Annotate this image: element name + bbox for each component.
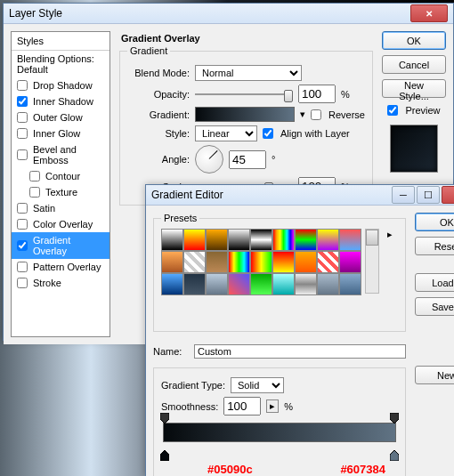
scrollbar[interactable] [365, 229, 379, 294]
reverse-label: Reverse [328, 109, 365, 120]
preview-checkbox[interactable] [387, 105, 398, 116]
preset-swatch[interactable] [250, 251, 272, 273]
preset-swatch[interactable] [250, 273, 272, 295]
preset-swatch[interactable] [295, 229, 317, 251]
preset-swatch[interactable] [183, 251, 206, 273]
style-item-color-overlay[interactable]: Color Overlay [12, 216, 109, 232]
preset-swatch[interactable] [272, 229, 295, 251]
preset-swatch[interactable] [183, 229, 206, 251]
svg-marker-1 [390, 413, 399, 424]
opacity-label: Opacity: [127, 89, 190, 100]
preset-swatch[interactable] [161, 251, 183, 273]
name-input[interactable] [194, 344, 406, 359]
preset-swatch[interactable] [317, 229, 339, 251]
presets-menu-icon[interactable]: ▸ [385, 229, 395, 294]
preset-swatch[interactable] [295, 273, 317, 295]
checkbox[interactable] [17, 262, 28, 272]
new-style-button[interactable]: New Style... [382, 79, 446, 98]
ok-button[interactable]: OK [415, 213, 454, 231]
gradient-picker[interactable] [195, 107, 295, 122]
opacity-stop-left[interactable] [160, 413, 169, 424]
preset-swatch[interactable] [206, 251, 228, 273]
preset-swatch[interactable] [228, 273, 250, 295]
preset-swatch[interactable] [250, 229, 272, 251]
smooth-input[interactable] [223, 397, 261, 415]
checkbox[interactable] [17, 80, 28, 91]
style-item-stroke[interactable]: Stroke [12, 275, 109, 291]
preset-swatch[interactable] [339, 229, 361, 251]
preset-swatches [161, 229, 360, 294]
preset-swatch[interactable] [272, 251, 295, 273]
new-button[interactable]: New [415, 366, 454, 384]
styles-header[interactable]: Styles [12, 32, 109, 51]
angle-input[interactable] [229, 150, 266, 169]
hex-left: #05090c [207, 463, 253, 476]
close-button[interactable]: ✕ [442, 186, 454, 204]
style-item-drop-shadow[interactable]: Drop Shadow [12, 77, 109, 93]
load-button[interactable]: Load... [415, 273, 454, 292]
opacity-slider[interactable] [195, 88, 293, 101]
ge-buttons: OK Reset Load... Save... New [415, 213, 454, 476]
dropdown-icon[interactable]: ▾ [300, 109, 305, 120]
preset-swatch[interactable] [161, 273, 183, 295]
checkbox[interactable] [17, 112, 28, 123]
preset-swatch[interactable] [183, 273, 206, 295]
checkbox[interactable] [17, 278, 28, 288]
blend-mode-select[interactable]: Normal [195, 65, 302, 81]
style-item-inner-shadow[interactable]: Inner Shadow [12, 93, 109, 109]
type-select[interactable]: Solid [231, 377, 284, 393]
color-stop-right[interactable] [390, 450, 399, 461]
opacity-unit: % [341, 89, 350, 100]
preset-swatch[interactable] [206, 229, 228, 251]
preset-swatch[interactable] [339, 273, 361, 295]
style-item-outer-glow[interactable]: Outer Glow [12, 109, 109, 125]
preset-swatch[interactable] [161, 229, 183, 251]
checkbox[interactable] [17, 128, 28, 139]
style-item-gradient-overlay[interactable]: Gradient Overlay [12, 232, 109, 259]
reverse-checkbox[interactable] [311, 109, 321, 120]
preset-swatch[interactable] [339, 251, 361, 273]
style-item-bevel-emboss[interactable]: Bevel and Emboss [12, 141, 109, 168]
preset-swatch[interactable] [228, 251, 250, 273]
cancel-button[interactable]: Cancel [382, 55, 446, 74]
window-title: Layer Style [9, 7, 410, 20]
gradient-label: Gradient: [127, 109, 190, 120]
reset-button[interactable]: Reset [415, 237, 454, 255]
checkbox[interactable] [17, 219, 28, 230]
section-heading: Gradient Overlay [121, 33, 373, 44]
minimize-button[interactable]: ─ [392, 186, 415, 204]
smooth-dropdown-icon[interactable]: ▸ [266, 399, 279, 413]
style-select[interactable]: Linear [195, 125, 257, 141]
opacity-input[interactable] [298, 85, 336, 103]
preset-swatch[interactable] [228, 229, 250, 251]
gradient-bar[interactable]: #05090c #607384 [163, 423, 396, 453]
checkbox[interactable] [17, 203, 28, 214]
window-title: Gradient Editor [151, 189, 392, 201]
style-item-inner-glow[interactable]: Inner Glow [12, 125, 109, 141]
preset-swatch[interactable] [317, 251, 339, 273]
preset-swatch[interactable] [206, 273, 228, 295]
angle-wheel[interactable] [195, 145, 223, 173]
maximize-button[interactable]: ☐ [417, 186, 440, 204]
align-checkbox[interactable] [263, 128, 273, 139]
opacity-stop-right[interactable] [390, 413, 399, 424]
checkbox[interactable] [17, 149, 28, 160]
preset-swatch[interactable] [317, 273, 339, 295]
preset-swatch[interactable] [295, 251, 317, 273]
angle-label: Angle: [127, 154, 190, 165]
style-item-pattern-overlay[interactable]: Pattern Overlay [12, 259, 109, 275]
preset-swatch[interactable] [272, 273, 295, 295]
save-button[interactable]: Save... [415, 297, 454, 316]
style-item-texture[interactable]: Texture [12, 184, 109, 200]
close-button[interactable]: ✕ [410, 4, 448, 22]
svg-marker-3 [390, 450, 399, 461]
color-stop-left[interactable] [160, 450, 169, 461]
checkbox[interactable] [29, 171, 40, 182]
checkbox[interactable] [17, 96, 28, 107]
ok-button[interactable]: OK [382, 31, 446, 50]
checkbox[interactable] [17, 240, 28, 251]
blending-options[interactable]: Blending Options: Default [12, 51, 109, 77]
style-item-satin[interactable]: Satin [12, 200, 109, 216]
style-item-contour[interactable]: Contour [12, 168, 109, 184]
checkbox[interactable] [29, 187, 40, 198]
